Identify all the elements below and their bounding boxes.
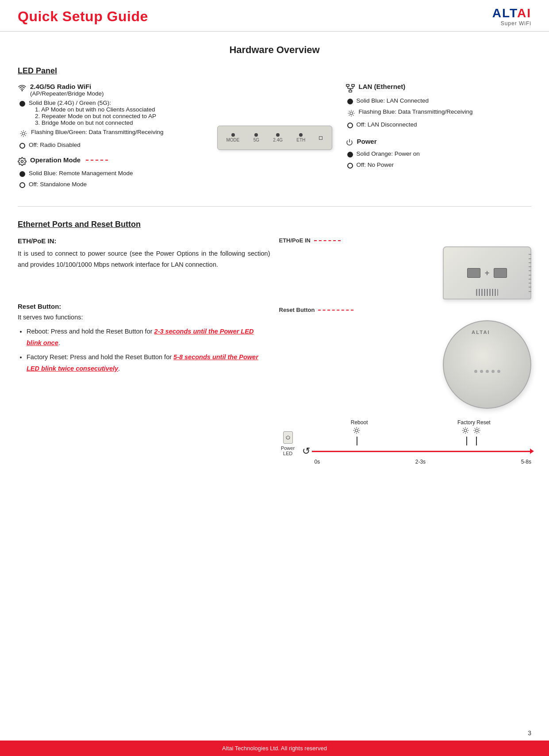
wifi-radio-content: 2.4G/5G Radio WiFi (AP/Repeater/Bridge M… xyxy=(30,83,204,97)
flash-icon-lan xyxy=(347,109,355,119)
lan-off-label: Off: LAN Disconnected xyxy=(357,121,532,128)
device-top-img: + xyxy=(279,246,532,299)
op-solid-content: Solid Blue: Remote Management Mode xyxy=(29,170,204,177)
svg-line-35 xyxy=(354,432,355,433)
svg-point-0 xyxy=(22,90,23,91)
svg-line-54 xyxy=(479,428,480,429)
dot2 xyxy=(480,370,483,373)
mode-led xyxy=(231,133,235,137)
off-radio-content: Off: Radio Disabled xyxy=(29,142,204,148)
reboot-item: Reboot: Press and hold the Reset Button … xyxy=(27,326,270,349)
sun-1 xyxy=(353,426,361,436)
dot3 xyxy=(486,370,489,373)
svg-rect-13 xyxy=(349,90,351,92)
solid-circle-wifi xyxy=(19,100,25,108)
factory-tl-label: Factory Reset xyxy=(417,419,531,426)
power-led-label: Power LED xyxy=(279,445,297,456)
eth-right-images: ETH/PoE IN xyxy=(279,237,532,465)
power-solid-content: Solid Orange: Power on xyxy=(357,150,532,157)
eth-poe-desc: It is used to connect to power source (s… xyxy=(18,248,270,270)
svg-point-10 xyxy=(21,161,23,163)
wifi-radio-sub: (AP/Repeater/Bridge Mode) xyxy=(30,90,204,97)
wifi-mode-2: 2. Repeater Mode on but not connected to… xyxy=(35,113,204,119)
logo-sub: Super WiFi xyxy=(501,20,531,27)
led-panel-title: LED Panel xyxy=(18,66,531,76)
power-title: Power xyxy=(357,138,532,145)
main-content: Hardware Overview LED Panel xyxy=(0,32,549,500)
solid-blue-content: Solid Blue (2.4G) / Green (5G): 1. AP Mo… xyxy=(29,100,204,126)
timeline-axis xyxy=(312,451,532,452)
hollow-circle-power xyxy=(347,162,353,170)
axis-arrow xyxy=(530,449,534,454)
power-block: Power Solid Orange: Power on xyxy=(346,138,532,170)
svg-line-26 xyxy=(353,111,353,112)
solid-circle-op xyxy=(19,171,25,178)
factory-item: Factory Reset: Press and hold the Reset … xyxy=(27,351,270,374)
factory-text: Factory Reset: Press and hold the Reset … xyxy=(27,353,173,361)
svg-point-37 xyxy=(464,429,467,432)
solid-circle-power xyxy=(347,151,353,159)
lan-content: LAN (Ethernet) xyxy=(359,83,532,90)
svg-point-28 xyxy=(355,429,358,432)
wifi-radio-label-row: 2.4G/5G Radio WiFi (AP/Repeater/Bridge M… xyxy=(18,83,204,97)
svg-point-18 xyxy=(350,112,353,115)
lan-label-row: LAN (Ethernet) xyxy=(346,83,532,95)
reboot-text: Reboot: Press and hold the Reset Button … xyxy=(27,328,154,335)
svg-line-7 xyxy=(25,135,26,136)
svg-line-25 xyxy=(349,115,349,116)
footer: Altai Technologies Ltd. All rights reser… xyxy=(0,741,549,756)
footer-text: Altai Technologies Ltd. All rights reser… xyxy=(222,745,327,752)
svg-point-46 xyxy=(476,429,478,432)
vent-slots xyxy=(476,289,498,296)
hollow-circle-lan xyxy=(347,122,353,130)
sun-icons-row xyxy=(302,426,532,436)
lan-flash-label: Flashing Blue: Data Transmitting/Receivi… xyxy=(359,108,532,115)
tick-5-8 xyxy=(466,437,477,445)
reset-bottom-device: Reset Button ALTAI xyxy=(279,307,532,409)
power-led-col: Power LED xyxy=(279,431,297,456)
logo-area: ALTAI Super WiFi xyxy=(492,6,531,27)
led-right-col: LAN (Ethernet) Solid Blue: LAN Connected xyxy=(346,83,532,193)
section-divider xyxy=(18,206,531,207)
timeline-top-labels: Reboot Factory Reset xyxy=(302,419,532,426)
op-mode-title: Operation Mode xyxy=(30,156,204,164)
timeline-section: Power LED Reboot Factory Reset xyxy=(279,419,532,465)
device-top-panel: + xyxy=(443,246,531,299)
reset-list: Reboot: Press and hold the Reset Button … xyxy=(27,326,270,374)
ports-area: + xyxy=(467,268,507,278)
svg-line-6 xyxy=(21,131,22,132)
svg-line-8 xyxy=(21,135,22,136)
wifi-mode-list: 1. AP Mode on but with no Clients Associ… xyxy=(35,106,204,126)
dot5 xyxy=(497,370,500,373)
svg-line-51 xyxy=(475,428,476,429)
hollow-circle-op xyxy=(19,182,25,189)
off-radio-row: Off: Radio Disabled xyxy=(19,142,204,150)
factory-end: . xyxy=(118,365,120,372)
reset-ann-label: Reset Button xyxy=(279,307,315,313)
flashing-label: Flashing Blue/Green: Data Transmitting/R… xyxy=(31,129,204,135)
t0-label: 0s xyxy=(315,459,320,465)
plus-1: + xyxy=(485,269,490,278)
eth-poe-ann-label: ETH/PoE IN xyxy=(279,237,311,244)
hollow-circle-wifi xyxy=(19,142,25,150)
sun-2-3 xyxy=(461,426,481,436)
op-mode-label-row: Operation Mode xyxy=(18,156,204,167)
power-off-label: Off: No Power xyxy=(357,161,532,168)
solid-blue-row: Solid Blue (2.4G) / Green (5G): 1. AP Mo… xyxy=(19,100,204,126)
port-2 xyxy=(494,268,507,278)
off-radio-label: Off: Radio Disabled xyxy=(29,142,204,148)
gear-icon xyxy=(18,157,27,167)
svg-rect-11 xyxy=(346,84,349,87)
power-off-content: Off: No Power xyxy=(357,161,532,168)
svg-point-1 xyxy=(22,132,25,135)
reset-arrow-icon: ↺ xyxy=(302,445,310,457)
panel-5g: 5G xyxy=(253,133,259,142)
device-circle-img: ALTAI xyxy=(279,316,532,409)
eth-led xyxy=(299,133,303,137)
led-left-col: 2.4G/5G Radio WiFi (AP/Repeater/Bridge M… xyxy=(18,83,204,193)
wifi-radio-block: 2.4G/5G Radio WiFi (AP/Repeater/Bridge M… xyxy=(18,83,204,150)
svg-text:ALTAI: ALTAI xyxy=(472,330,490,335)
panel-power xyxy=(319,136,322,140)
op-off-row: Off: Standalone Mode xyxy=(19,181,204,189)
page-number: 3 xyxy=(528,729,531,737)
